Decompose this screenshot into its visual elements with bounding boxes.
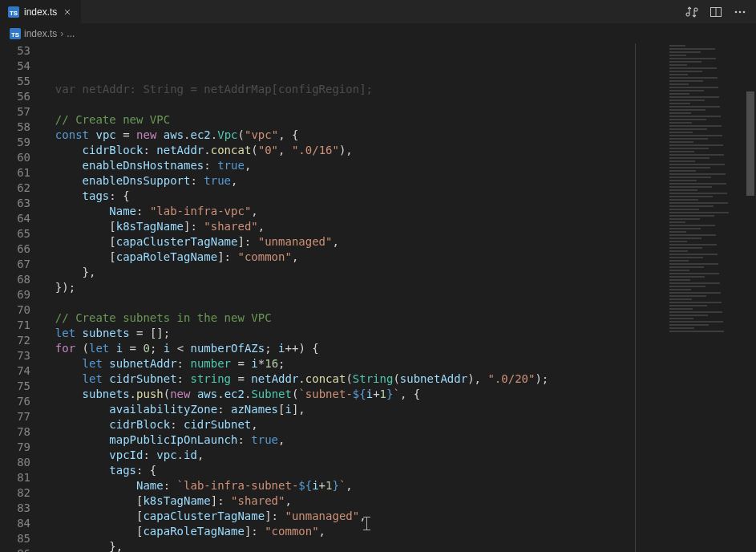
editor-actions (685, 6, 756, 18)
code-line[interactable]: [k8sTagName]: "shared", (42, 493, 756, 509)
vertical-scrollbar[interactable] (745, 43, 756, 552)
code-line[interactable]: for (let i = 0; i < numberOfAZs; i++) { (42, 341, 756, 356)
code-line[interactable]: // Create new VPC (42, 112, 756, 128)
line-number: 68 (0, 272, 30, 287)
line-number: 59 (0, 135, 30, 150)
line-number: 75 (0, 379, 30, 394)
code-line[interactable]: let subnets = []; (42, 326, 756, 341)
line-number: 83 (0, 501, 30, 516)
code-line[interactable]: tags: { (42, 463, 756, 478)
line-number: 78 (0, 424, 30, 440)
line-number: 55 (0, 74, 30, 89)
line-number: 79 (0, 440, 30, 455)
code-line[interactable]: tags: { (42, 189, 756, 204)
code-line[interactable]: Name: `lab-infra-subnet-${i+1}`, (42, 478, 756, 493)
code-line[interactable]: cidrBlock: cidrSubnet, (42, 417, 756, 432)
minimap[interactable] (665, 43, 745, 552)
code-line[interactable]: }, (42, 265, 756, 280)
code-line[interactable]: [capaClusterTagName]: "unmanaged", (42, 509, 756, 524)
line-number: 53 (0, 43, 30, 59)
typescript-file-icon: TS (8, 6, 19, 18)
line-number: 66 (0, 242, 30, 257)
line-number: 67 (0, 257, 30, 272)
tab-group: TS index.ts (0, 0, 82, 23)
line-number: 77 (0, 409, 30, 424)
line-number: 63 (0, 196, 30, 211)
code-line[interactable]: }, (42, 539, 756, 552)
code-line[interactable]: cidrBlock: netAddr.concat("0", ".0/16"), (42, 143, 756, 158)
code-line[interactable] (42, 97, 756, 112)
line-number-gutter: 5354555657585960616263646566676869707172… (0, 43, 42, 552)
code-line[interactable]: mapPublicIpOnLaunch: true, (42, 432, 756, 448)
line-number: 86 (0, 546, 30, 552)
line-number: 73 (0, 348, 30, 363)
breadcrumb-file[interactable]: index.ts (24, 28, 57, 39)
code-line[interactable]: const vpc = new aws.ec2.Vpc("vpc", { (42, 128, 756, 143)
code-line[interactable]: enableDnsHostnames: true, (42, 158, 756, 173)
code-line[interactable]: [capaRoleTagName]: "common", (42, 524, 756, 539)
line-number: 71 (0, 318, 30, 333)
line-number: 54 (0, 59, 30, 74)
breadcrumb-rest[interactable]: ... (67, 28, 75, 39)
line-number: 69 (0, 287, 30, 302)
code-area[interactable]: var netAddr: String = netAddrMap[configR… (42, 43, 756, 552)
line-number: 82 (0, 485, 30, 501)
more-actions-icon[interactable] (734, 6, 746, 18)
line-number: 58 (0, 120, 30, 135)
ruler (635, 43, 636, 552)
split-editor-icon[interactable] (710, 6, 722, 18)
tab-index-ts[interactable]: TS index.ts (0, 0, 82, 23)
tab-label: index.ts (24, 6, 57, 18)
line-number: 70 (0, 302, 30, 318)
code-line[interactable]: [capaClusterTagName]: "unmanaged", (42, 234, 756, 250)
svg-point-6 (743, 10, 746, 13)
line-number: 76 (0, 394, 30, 409)
line-number: 81 (0, 470, 30, 485)
code-line[interactable]: subnets.push(new aws.ec2.Subnet(`subnet-… (42, 387, 756, 402)
text-cursor (366, 517, 367, 530)
line-number: 61 (0, 165, 30, 181)
code-line[interactable]: }); (42, 280, 756, 295)
chevron-right-icon: › (60, 28, 63, 39)
code-line[interactable]: enableDnsSupport: true, (42, 173, 756, 189)
code-line[interactable]: [capaRoleTagName]: "common", (42, 250, 756, 265)
code-line[interactable]: Name: "lab-infra-vpc", (42, 204, 756, 219)
tab-bar: TS index.ts (0, 0, 756, 24)
line-number: 72 (0, 333, 30, 348)
code-line[interactable]: [k8sTagName]: "shared", (42, 219, 756, 234)
code-line[interactable]: // Create subnets in the new VPC (42, 310, 756, 326)
line-number: 62 (0, 181, 30, 196)
line-number: 84 (0, 516, 30, 531)
code-line[interactable]: let cidrSubnet: string = netAddr.concat(… (42, 371, 756, 387)
svg-text:TS: TS (11, 31, 19, 39)
line-number: 64 (0, 211, 30, 226)
scrollbar-thumb[interactable] (746, 91, 754, 196)
breadcrumb[interactable]: TS index.ts › ... (0, 24, 756, 43)
typescript-file-icon: TS (10, 28, 21, 39)
line-number: 60 (0, 150, 30, 165)
line-number: 56 (0, 89, 30, 104)
code-line[interactable]: var netAddr: String = netAddrMap[configR… (42, 82, 756, 97)
line-number: 80 (0, 455, 30, 470)
code-line[interactable]: let subnetAddr: number = i*16; (42, 356, 756, 371)
code-line[interactable]: vpcId: vpc.id, (42, 448, 756, 463)
code-line[interactable] (42, 295, 756, 310)
line-number: 57 (0, 104, 30, 120)
svg-text:TS: TS (10, 9, 18, 16)
line-number: 74 (0, 363, 30, 379)
line-number: 85 (0, 531, 30, 546)
svg-point-5 (739, 10, 742, 13)
close-icon[interactable] (62, 6, 73, 18)
svg-point-4 (735, 10, 738, 13)
line-number: 65 (0, 226, 30, 242)
compare-changes-icon[interactable] (685, 6, 698, 18)
code-line[interactable]: availabilityZone: azNames[i], (42, 402, 756, 417)
editor[interactable]: 5354555657585960616263646566676869707172… (0, 43, 756, 552)
